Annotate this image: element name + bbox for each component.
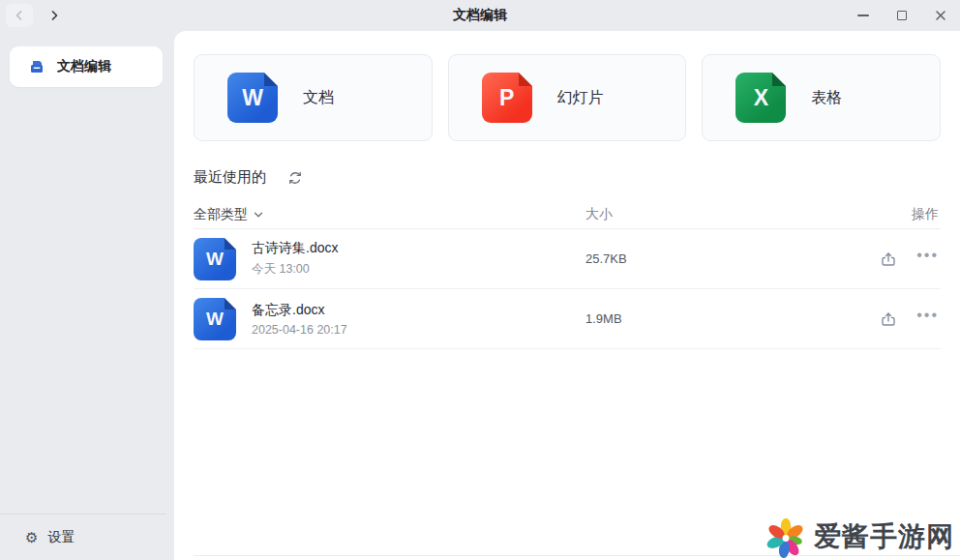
word-file-icon: W	[194, 298, 236, 340]
share-icon	[880, 310, 897, 328]
file-time: 2025-04-16 20:17	[252, 323, 347, 337]
window-title: 文档编辑	[0, 7, 960, 24]
window-controls	[844, 0, 960, 31]
recent-section-header: 最近使用的	[194, 168, 941, 187]
more-button[interactable]: •••	[916, 255, 939, 263]
main-panel: W 文档 P 幻灯片 X 表格 最近使用的	[174, 31, 960, 560]
flower-icon	[764, 515, 808, 559]
file-size: 1.9MB	[571, 311, 844, 326]
card-label: 文档	[303, 88, 334, 108]
recent-title: 最近使用的	[194, 168, 266, 187]
forward-button[interactable]	[41, 4, 68, 27]
sidebar-item-settings[interactable]: ⚙ 设置	[0, 529, 75, 546]
file-size: 25.7KB	[571, 251, 844, 266]
back-button[interactable]	[6, 4, 33, 27]
card-label: 幻灯片	[557, 88, 604, 108]
titlebar: 文档编辑	[0, 0, 960, 31]
sidebar-item-label: 文档编辑	[57, 58, 111, 75]
nav-buttons	[0, 4, 68, 27]
file-name: 备忘录.docx	[252, 302, 347, 319]
create-document-card[interactable]: W 文档	[194, 54, 433, 141]
file-time: 今天 13:00	[252, 261, 338, 278]
create-slides-card[interactable]: P 幻灯片	[448, 54, 687, 141]
sidebar-item-document-edit[interactable]: 文档编辑	[10, 46, 163, 87]
create-cards: W 文档 P 幻灯片 X 表格	[194, 54, 941, 141]
more-button[interactable]: •••	[916, 315, 939, 323]
close-icon	[935, 10, 946, 21]
maximize-button[interactable]	[883, 0, 921, 31]
refresh-icon	[287, 170, 303, 186]
chevron-down-icon	[254, 210, 263, 220]
document-icon	[29, 59, 45, 75]
file-meta: 古诗诗集.docx 今天 13:00	[252, 240, 338, 278]
column-header-size: 大小	[571, 206, 844, 223]
create-sheet-card[interactable]: X 表格	[702, 54, 941, 141]
watermark-text: 爱酱手游网	[814, 518, 954, 555]
file-meta: 备忘录.docx 2025-04-16 20:17	[252, 302, 347, 337]
word-doc-icon: W	[227, 73, 278, 123]
ellipsis-icon: •••	[916, 315, 939, 323]
settings-label: 设置	[47, 529, 75, 546]
watermark-logo: 爱酱手游网	[764, 515, 954, 559]
file-row[interactable]: W 备忘录.docx 2025-04-16 20:17 1.9MB	[194, 289, 941, 349]
share-button[interactable]	[880, 251, 897, 268]
word-file-icon: W	[194, 238, 236, 280]
file-actions: •••	[844, 251, 941, 268]
recent-files-table: 全部类型 大小 操作 W 古诗诗集.docx 今天 13:00	[194, 200, 941, 349]
chevron-left-icon	[14, 10, 25, 21]
sidebar: 文档编辑 ⚙ 设置	[0, 31, 174, 560]
minimize-icon	[857, 15, 869, 16]
refresh-button[interactable]	[287, 170, 303, 186]
column-header-actions: 操作	[844, 206, 941, 223]
file-name-cell: W 备忘录.docx 2025-04-16 20:17	[194, 298, 571, 340]
share-button[interactable]	[880, 310, 897, 328]
gear-icon: ⚙	[25, 530, 38, 545]
file-name-cell: W 古诗诗集.docx 今天 13:00	[194, 238, 571, 280]
type-filter-label: 全部类型	[194, 206, 248, 223]
file-name: 古诗诗集.docx	[252, 240, 338, 257]
file-actions: •••	[844, 310, 941, 328]
table-header: 全部类型 大小 操作	[194, 200, 941, 229]
share-icon	[880, 251, 897, 268]
card-label: 表格	[811, 88, 842, 108]
type-filter-dropdown[interactable]: 全部类型	[194, 206, 571, 223]
chevron-right-icon	[48, 10, 60, 21]
maximize-icon	[897, 11, 907, 20]
file-row[interactable]: W 古诗诗集.docx 今天 13:00 25.7KB •	[194, 229, 941, 289]
slides-doc-icon: P	[482, 73, 532, 123]
sidebar-footer: ⚙ 设置	[0, 514, 166, 560]
ellipsis-icon: •••	[916, 255, 939, 263]
minimize-button[interactable]	[844, 0, 883, 31]
close-button[interactable]	[921, 0, 960, 31]
sheet-doc-icon: X	[735, 73, 786, 123]
